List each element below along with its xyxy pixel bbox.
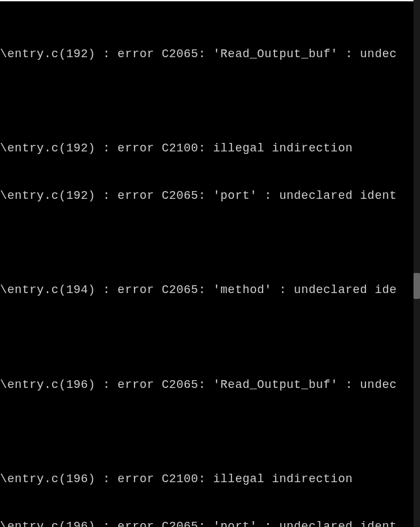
line-gap	[0, 329, 420, 345]
line-gap	[0, 93, 420, 109]
scrollbar-track[interactable]	[413, 0, 420, 527]
error-line: \entry.c(196) : error C2100: illegal ind…	[0, 471, 420, 487]
window-top-border	[0, 0, 420, 1]
line-gap	[0, 235, 420, 251]
terminal-output: \entry.c(192) : error C2065: 'Read_Outpu…	[0, 14, 420, 527]
error-line: \entry.c(192) : error C2065: 'port' : un…	[0, 188, 420, 203]
error-line: \entry.c(192) : error C2065: 'Read_Outpu…	[0, 46, 420, 62]
error-line: \entry.c(194) : error C2065: 'method' : …	[0, 282, 420, 298]
line-gap	[0, 424, 420, 440]
error-line: \entry.c(196) : error C2065: 'port' : un…	[0, 519, 420, 527]
error-line: \entry.c(196) : error C2065: 'Read_Outpu…	[0, 377, 420, 392]
error-line: \entry.c(192) : error C2100: illegal ind…	[0, 140, 420, 156]
scrollbar-thumb[interactable]	[413, 273, 420, 299]
